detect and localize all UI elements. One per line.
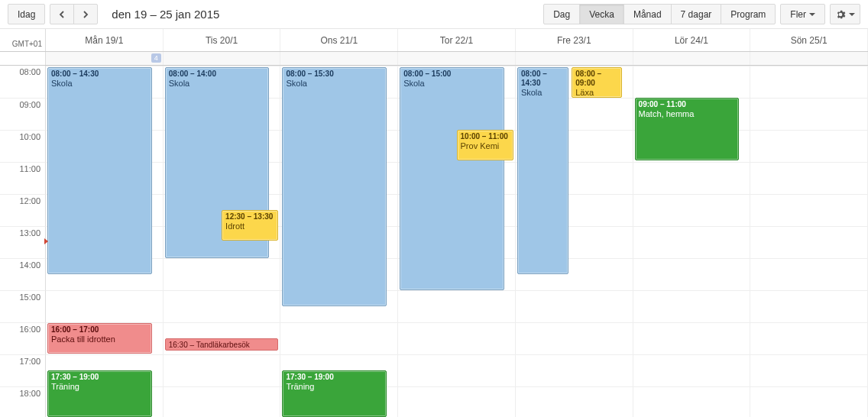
- day-header-sat[interactable]: Lör 24/1: [633, 29, 751, 51]
- more-label: Fler: [790, 9, 806, 20]
- view-week-button[interactable]: Vecka: [579, 4, 624, 24]
- day-col-sun[interactable]: [750, 66, 868, 417]
- view-month-button[interactable]: Månad: [623, 4, 672, 24]
- allday-sat[interactable]: [633, 52, 751, 65]
- time-scroll[interactable]: 08:00 09:00 10:00 11:00 12:00 13:00 14:0…: [0, 66, 868, 417]
- now-indicator-icon: [44, 238, 48, 244]
- event-packa[interactable]: 16:00 – 17:00 Packa till idrotten: [47, 323, 152, 354]
- allday-wed[interactable]: [280, 52, 398, 65]
- settings-button[interactable]: [830, 4, 860, 24]
- event-time: 09:00 – 11:00: [639, 100, 736, 109]
- day-header-wed[interactable]: Ons 21/1: [280, 29, 398, 51]
- chevron-left-icon: [59, 11, 65, 18]
- hour-label: 08:00: [0, 66, 46, 98]
- week-grid: GMT+01 Mån 19/1 Tis 20/1 Ons 21/1 Tor 22…: [0, 29, 868, 417]
- day-header-mon[interactable]: Mån 19/1: [46, 29, 164, 51]
- next-button[interactable]: [73, 4, 98, 24]
- day-col-mon[interactable]: 08:00 – 14:30 Skola 16:00 – 17:00 Packa …: [46, 66, 164, 417]
- event-skola-mon[interactable]: 08:00 – 14:30 Skola: [47, 67, 152, 274]
- event-title: Prov Kemi: [461, 141, 510, 150]
- event-title: Skola: [521, 88, 565, 97]
- event-title: Läxa Engelska: [575, 88, 617, 98]
- event-laxa-engelska[interactable]: 08:00 – 09:00 Läxa Engelska: [572, 67, 621, 98]
- allday-mon[interactable]: 4: [46, 52, 164, 65]
- event-count-badge: 4: [151, 53, 161, 63]
- hour-label: 12:00: [0, 194, 46, 226]
- prev-button[interactable]: [50, 4, 74, 24]
- day-col-thu[interactable]: 08:00 – 15:00 Skola 10:00 – 11:00 Prov K…: [398, 66, 516, 417]
- hour-label: 13:00: [0, 226, 46, 258]
- view-day-button[interactable]: Dag: [543, 4, 580, 24]
- hour-label: 18:00: [0, 386, 46, 417]
- day-col-fri[interactable]: 08:00 – 14:30 Skola 08:00 – 09:00 Läxa E…: [516, 66, 633, 417]
- hour-label: 15:00: [0, 290, 46, 322]
- event-time: 10:00 – 11:00: [461, 132, 508, 141]
- event-tandlakar[interactable]: 16:30 – Tandläkarbesök: [165, 338, 279, 351]
- event-title: Idrott: [225, 221, 274, 231]
- today-button[interactable]: Idag: [8, 4, 45, 24]
- day-header-sun[interactable]: Sön 25/1: [750, 29, 868, 51]
- hour-label: 09:00: [0, 98, 46, 130]
- day-col-sat[interactable]: 09:00 – 11:00 Match, hemma: [633, 66, 751, 417]
- allday-fri[interactable]: [516, 52, 633, 65]
- event-title: Skola: [51, 79, 148, 88]
- event-title: Träning: [51, 382, 148, 391]
- event-time: 17:30 – 19:00: [51, 373, 99, 381]
- day-col-wed[interactable]: 08:00 – 15:30 Skola 17:30 – 19:00 Tränin…: [280, 66, 398, 417]
- event-title: Packa till idrotten: [51, 335, 148, 344]
- event-time: 17:30 – 19:00: [286, 373, 333, 381]
- time-col: 08:00 09:00 10:00 11:00 12:00 13:00 14:0…: [0, 66, 46, 417]
- hour-label: 10:00: [0, 130, 46, 162]
- day-col-tue[interactable]: 08:00 – 14:00 Skola 12:30 – 13:30 Idrott…: [164, 66, 281, 417]
- event-title: Skola: [169, 79, 266, 88]
- event-time: 08:00 – 14:00: [169, 70, 266, 79]
- toolbar: Idag den 19 – 25 jan 2015 Dag Vecka Måna…: [0, 0, 868, 29]
- event-traning-wed[interactable]: 17:30 – 19:00 Träning: [282, 370, 387, 417]
- timezone-label: GMT+01: [0, 29, 46, 51]
- event-skola-wed[interactable]: 08:00 – 15:30 Skola: [282, 67, 387, 306]
- more-button[interactable]: Fler: [780, 4, 825, 24]
- event-match[interactable]: 09:00 – 11:00 Match, hemma: [635, 98, 740, 160]
- event-title: Skola: [286, 79, 383, 88]
- hour-label: 14:00: [0, 258, 46, 290]
- nav-group: [50, 4, 98, 24]
- event-skola-thu[interactable]: 08:00 – 15:00 Skola: [400, 67, 504, 290]
- event-traning-mon[interactable]: 17:30 – 19:00 Träning: [47, 370, 152, 417]
- event-time: 08:00 – 09:00: [575, 70, 601, 87]
- event-time: 08:00 – 15:00: [403, 70, 500, 79]
- day-header-row: GMT+01 Mån 19/1 Tis 20/1 Ons 21/1 Tor 22…: [0, 29, 868, 52]
- allday-row: 4: [0, 52, 868, 66]
- view-7days-button[interactable]: 7 dagar: [671, 4, 722, 24]
- event-time: 08:00 – 15:30: [286, 70, 383, 79]
- hour-label: 17:00: [0, 354, 46, 386]
- day-header-fri[interactable]: Fre 23/1: [516, 29, 633, 51]
- allday-sun[interactable]: [750, 52, 868, 65]
- view-agenda-button[interactable]: Program: [721, 4, 776, 24]
- allday-tz: [0, 52, 46, 65]
- event-time: 08:00 – 14:30: [521, 70, 565, 88]
- chevron-down-icon: [849, 13, 855, 16]
- hour-label: 16:00: [0, 322, 46, 354]
- date-range-label: den 19 – 25 jan 2015: [112, 8, 219, 21]
- chevron-down-icon: [809, 13, 815, 16]
- event-prov-kemi[interactable]: 10:00 – 11:00 Prov Kemi: [457, 130, 513, 160]
- gear-icon: [835, 9, 846, 20]
- hour-label: 11:00: [0, 162, 46, 194]
- event-idrott[interactable]: 12:30 – 13:30 Idrott: [222, 210, 278, 241]
- event-title: Match, hemma: [639, 109, 736, 118]
- chevron-right-icon: [83, 11, 89, 18]
- day-cols: 08:00 – 14:30 Skola 16:00 – 17:00 Packa …: [46, 66, 868, 417]
- event-time: 16:00 – 17:00: [51, 325, 99, 334]
- day-header-tue[interactable]: Tis 20/1: [164, 29, 281, 51]
- event-time: 12:30 – 13:30: [225, 212, 273, 221]
- event-title: Träning: [286, 382, 383, 391]
- allday-tue[interactable]: [164, 52, 281, 65]
- event-skola-fri[interactable]: 08:00 – 14:30 Skola: [517, 67, 568, 274]
- view-switcher: Dag Vecka Månad 7 dagar Program: [543, 4, 776, 24]
- event-title: Skola: [403, 79, 500, 88]
- allday-thu[interactable]: [398, 52, 516, 65]
- event-time: 08:00 – 14:30: [51, 70, 148, 79]
- day-header-thu[interactable]: Tor 22/1: [398, 29, 516, 51]
